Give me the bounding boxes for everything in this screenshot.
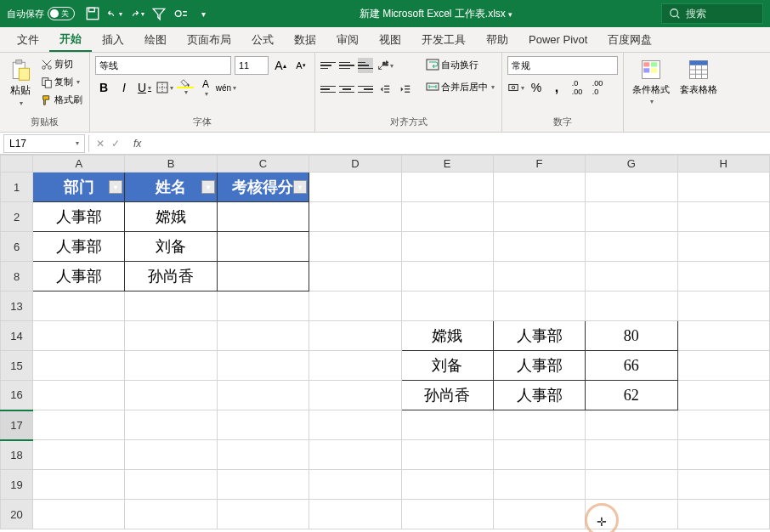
increase-font-icon[interactable]: A▴ <box>272 57 289 74</box>
italic-button[interactable]: I <box>116 79 133 96</box>
cell-b2[interactable]: 嫦娥 <box>125 202 217 232</box>
cell[interactable] <box>586 410 677 440</box>
cell[interactable] <box>586 291 677 321</box>
cell[interactable] <box>677 232 769 262</box>
cell-f16[interactable]: 人事部 <box>493 381 585 410</box>
cell[interactable] <box>677 440 769 470</box>
percent-button[interactable]: % <box>528 79 545 96</box>
row-header-14[interactable]: 14 <box>1 321 33 351</box>
cell[interactable] <box>217 321 309 351</box>
cell[interactable] <box>33 321 125 351</box>
cell[interactable] <box>586 440 677 470</box>
qat-customize-icon[interactable]: ▾ <box>195 6 211 21</box>
cell[interactable] <box>677 381 769 410</box>
cell[interactable] <box>309 500 401 529</box>
cell[interactable] <box>125 410 217 440</box>
row-header-8[interactable]: 8 <box>1 262 33 291</box>
col-header-g[interactable]: G <box>586 156 677 173</box>
bold-button[interactable]: B <box>95 79 112 96</box>
cell[interactable] <box>677 291 769 321</box>
cell[interactable] <box>677 321 769 351</box>
cell[interactable] <box>309 410 401 440</box>
decrease-font-icon[interactable]: A▾ <box>292 57 309 74</box>
select-all-corner[interactable] <box>1 156 33 173</box>
increase-decimal-icon[interactable]: .0.00 <box>569 79 586 96</box>
cell-b6[interactable]: 刘备 <box>125 232 217 262</box>
cell-c6[interactable] <box>217 232 309 262</box>
cell[interactable] <box>125 470 217 500</box>
cell-b8[interactable]: 孙尚香 <box>125 262 217 291</box>
autosave-toggle[interactable]: 自动保存 关 <box>7 7 75 20</box>
cell-g15[interactable]: 66 <box>586 351 677 381</box>
cell-a8[interactable]: 人事部 <box>33 262 125 291</box>
cell[interactable] <box>125 351 217 381</box>
number-format-select[interactable] <box>507 56 618 75</box>
cell[interactable] <box>309 351 401 381</box>
paste-button[interactable]: 粘贴 ▾ <box>5 56 36 109</box>
align-bottom-icon[interactable] <box>358 58 373 73</box>
cell[interactable] <box>309 321 401 351</box>
copy-button[interactable]: 复制 ▾ <box>39 74 84 90</box>
cell[interactable] <box>217 470 309 500</box>
cell-e15[interactable]: 刘备 <box>401 351 493 381</box>
cell[interactable] <box>33 470 125 500</box>
cell[interactable] <box>586 470 677 500</box>
wrap-text-button[interactable]: 自动换行 <box>424 56 496 73</box>
cell[interactable] <box>677 500 769 529</box>
cell[interactable] <box>125 321 217 351</box>
fx-icon[interactable]: fx <box>133 138 141 150</box>
col-header-c[interactable]: C <box>217 156 309 173</box>
cell[interactable] <box>33 351 125 381</box>
cell[interactable] <box>217 291 309 321</box>
cell[interactable] <box>309 291 401 321</box>
cell[interactable] <box>677 173 769 202</box>
row-header-2[interactable]: 2 <box>1 202 33 232</box>
cell[interactable] <box>309 232 401 262</box>
cell-b1[interactable]: 姓名▾ <box>125 173 217 202</box>
cell-c8[interactable] <box>217 262 309 291</box>
cell[interactable] <box>401 202 493 232</box>
cell[interactable] <box>493 232 585 262</box>
redo-icon[interactable]: ▾ <box>129 6 144 21</box>
underline-button[interactable]: U▾ <box>136 79 153 96</box>
cell[interactable] <box>493 202 585 232</box>
cell[interactable] <box>586 500 677 529</box>
col-header-d[interactable]: D <box>309 156 401 173</box>
cell-a2[interactable]: 人事部 <box>33 202 125 232</box>
cell[interactable] <box>125 291 217 321</box>
tab-formulas[interactable]: 公式 <box>241 27 284 52</box>
cell[interactable] <box>493 470 585 500</box>
cell[interactable] <box>217 351 309 381</box>
font-size-select[interactable] <box>235 56 269 75</box>
tab-file[interactable]: 文件 <box>7 27 49 52</box>
row-header-17[interactable]: 17 <box>1 410 33 440</box>
cell[interactable] <box>217 381 309 410</box>
cell-g14[interactable]: 80 <box>586 321 677 351</box>
cell-a6[interactable]: 人事部 <box>33 232 125 262</box>
cell[interactable] <box>677 262 769 291</box>
cell[interactable] <box>586 173 677 202</box>
cell[interactable] <box>677 470 769 500</box>
cell[interactable] <box>401 232 493 262</box>
cell[interactable] <box>125 381 217 410</box>
cell[interactable] <box>33 291 125 321</box>
cell-c1[interactable]: 考核得分▾ <box>217 173 309 202</box>
cell[interactable] <box>493 500 585 529</box>
tab-insert[interactable]: 插入 <box>92 27 134 52</box>
cell[interactable] <box>309 470 401 500</box>
decrease-decimal-icon[interactable]: .00.0 <box>589 79 606 96</box>
col-header-b[interactable]: B <box>125 156 217 173</box>
cell[interactable] <box>677 351 769 381</box>
row-header-6[interactable]: 6 <box>1 232 33 262</box>
cell[interactable] <box>493 440 585 470</box>
orientation-button[interactable]: ab ▾ <box>377 57 393 74</box>
cell-e14[interactable]: 嫦娥 <box>401 321 493 351</box>
cell[interactable] <box>586 262 677 291</box>
cell[interactable] <box>309 381 401 410</box>
increase-indent-icon[interactable] <box>397 81 414 98</box>
tab-page-layout[interactable]: 页面布局 <box>177 27 241 52</box>
cell-e16[interactable]: 孙尚香 <box>401 381 493 410</box>
merge-center-button[interactable]: 合并后居中 ▾ <box>424 78 496 95</box>
cell-c2[interactable] <box>217 202 309 232</box>
cell[interactable] <box>493 262 585 291</box>
